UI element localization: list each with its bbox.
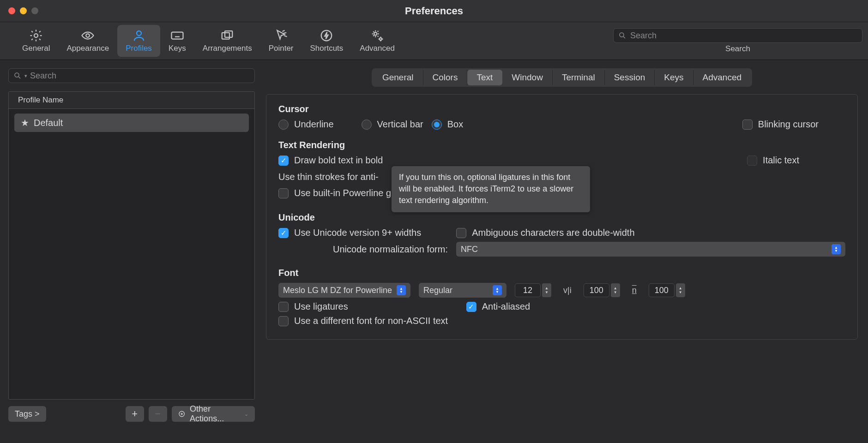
tab-window[interactable]: Window (502, 70, 553, 85)
vspace-stepper[interactable]: ▲▼ (649, 283, 685, 297)
cursor-heading: Cursor (278, 104, 845, 114)
svg-point-10 (15, 73, 19, 77)
search-box[interactable] (613, 28, 862, 43)
blinking-cursor[interactable]: Blinking cursor (742, 119, 819, 130)
cursor-icon (272, 29, 290, 42)
bolt-icon (318, 29, 335, 42)
titlebar: Preferences (0, 0, 868, 22)
add-profile-button[interactable]: + (126, 406, 144, 422)
tab-colors[interactable]: Colors (423, 70, 468, 85)
vspace-icon: n (628, 286, 640, 295)
stepper-arrows[interactable]: ▲▼ (676, 283, 685, 297)
bold-font-check[interactable]: ✓Draw bold text in bold (278, 155, 383, 166)
antialiased-check[interactable]: ✓Anti-aliased (466, 301, 530, 312)
remove-profile-button[interactable]: − (149, 406, 167, 422)
svg-rect-3 (171, 32, 183, 39)
chevron-down-icon[interactable]: ▾ (24, 73, 27, 79)
toolbar: General Appearance Profiles Keys Arrange… (0, 22, 868, 60)
ligatures-check[interactable]: Use ligatures (278, 301, 348, 312)
nonascii-font-check[interactable]: Use a different font for non-ASCII text (278, 316, 448, 326)
search-icon (618, 31, 627, 40)
toolbar-appearance[interactable]: Appearance (58, 25, 117, 57)
stepper-arrows[interactable]: ▲▼ (611, 283, 620, 297)
search-icon (13, 72, 22, 80)
tab-text[interactable]: Text (467, 70, 502, 85)
font-heading: Font (278, 268, 845, 278)
tags-button[interactable]: Tags > (8, 406, 46, 422)
gears-icon (368, 29, 386, 42)
unicode9-check[interactable]: ✓Use Unicode version 9+ widths (278, 227, 421, 238)
cursor-box[interactable]: Box (432, 119, 463, 130)
toolbar-pointer[interactable]: Pointer (260, 25, 302, 57)
menu-icon (178, 410, 185, 418)
thin-strokes-label: Use thin strokes for anti- (278, 172, 379, 182)
tab-session[interactable]: Session (605, 70, 655, 85)
stepper-arrows[interactable]: ▲▼ (542, 283, 551, 297)
keyboard-icon (169, 29, 186, 42)
other-actions-button[interactable]: Other Actions... ⌄ (172, 406, 255, 422)
eye-icon (79, 29, 96, 42)
toolbar-general[interactable]: General (14, 25, 58, 57)
svg-point-7 (374, 32, 377, 35)
profiles-sidebar: ▾ Profile Name ★ Default Tags > + − Othe… (0, 60, 263, 430)
tab-advanced[interactable]: Advanced (693, 70, 751, 85)
toolbar-shortcuts[interactable]: Shortcuts (302, 25, 352, 57)
toolbar-arrangements[interactable]: Arrangements (194, 25, 260, 57)
svg-rect-4 (222, 33, 229, 39)
window-title: Preferences (0, 5, 868, 17)
toolbar-advanced[interactable]: Advanced (351, 25, 403, 57)
italic-text-check[interactable]: Italic text (747, 155, 799, 166)
profile-table-header[interactable]: Profile Name (9, 92, 254, 109)
svg-point-6 (321, 30, 332, 41)
unicode-heading: Unicode (278, 212, 845, 223)
toolbar-search: Search (613, 28, 862, 54)
profile-name: Default (34, 118, 63, 128)
toolbar-profiles[interactable]: Profiles (117, 25, 160, 57)
font-weight-select[interactable]: Regular▲▼ (419, 283, 506, 298)
gear-icon (27, 29, 45, 42)
profile-table: Profile Name ★ Default (8, 91, 255, 400)
tab-keys[interactable]: Keys (655, 70, 693, 85)
svg-point-1 (86, 34, 90, 37)
rendering-heading: Text Rendering (278, 140, 845, 150)
svg-point-2 (137, 31, 141, 36)
profile-icon (130, 29, 148, 42)
svg-point-9 (620, 33, 624, 37)
tab-terminal[interactable]: Terminal (553, 70, 605, 85)
profile-row-default[interactable]: ★ Default (14, 114, 249, 132)
windows-icon (218, 29, 236, 42)
svg-point-8 (380, 38, 382, 40)
star-icon: ★ (21, 117, 29, 128)
norm-label: Unicode normalization form: (333, 244, 448, 255)
cursor-vertical[interactable]: Vertical bar (362, 119, 423, 130)
profile-search[interactable]: ▾ (8, 68, 255, 83)
ambiguous-check[interactable]: Ambiguous characters are double-width (456, 227, 634, 238)
hspace-icon: v|i (560, 286, 575, 295)
svg-rect-5 (225, 31, 232, 37)
hspace-stepper[interactable]: ▲▼ (584, 283, 620, 297)
toolbar-keys[interactable]: Keys (160, 25, 194, 57)
tab-general[interactable]: General (373, 70, 423, 85)
cursor-underline[interactable]: Underline (278, 119, 334, 130)
search-label: Search (725, 44, 750, 54)
tooltip: If you turn this on, optional ligatures … (392, 166, 590, 212)
svg-point-0 (34, 34, 38, 37)
profile-tabs: General Colors Text Window Terminal Sess… (372, 68, 752, 87)
settings-panel: General Colors Text Window Terminal Sess… (263, 60, 868, 430)
normalization-select[interactable]: NFC ▲▼ (456, 242, 845, 257)
font-family-select[interactable]: Meslo LG M DZ for Powerline▲▼ (278, 283, 410, 298)
profile-search-input[interactable] (30, 71, 250, 81)
chevron-down-icon: ⌄ (244, 411, 248, 417)
search-input[interactable] (630, 31, 857, 41)
font-size-stepper[interactable]: ▲▼ (515, 283, 551, 297)
